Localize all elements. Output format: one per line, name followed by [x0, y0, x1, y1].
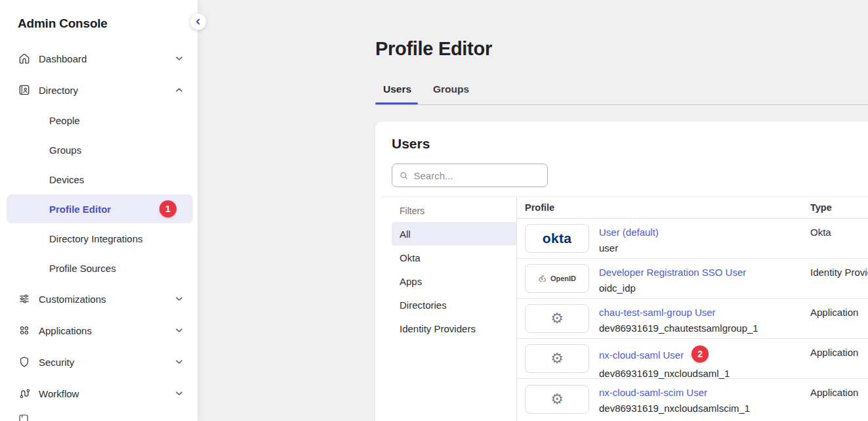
profile-type: Okta [810, 227, 831, 238]
filter-option-apps[interactable]: Apps [392, 269, 516, 293]
chevron-up-icon [175, 85, 184, 95]
table-header: Profile Type [517, 197, 868, 219]
profile-link-user-default[interactable]: User (default) [599, 227, 659, 238]
chevron-down-icon [175, 54, 184, 63]
sidebar: Admin Console Dashboard Directory People… [0, 0, 198, 421]
sidebar-item-label: Workflow [39, 388, 79, 399]
app-grid-icon [18, 324, 31, 337]
chevron-down-icon [175, 389, 184, 398]
app-logo-placeholder: ⚙ [525, 304, 589, 333]
annotation-badge-2: 2 [692, 345, 709, 363]
shield-icon [18, 355, 31, 368]
sidebar-item-label: Applications [39, 325, 92, 336]
filters-panel: Filters All Okta Apps Directories Identi… [392, 197, 516, 340]
gear-icon: ⚙ [550, 392, 564, 407]
sidebar-item-workflow[interactable]: Workflow [7, 380, 193, 407]
sidebar-item-profile-sources[interactable]: Profile Sources [7, 255, 193, 281]
chevron-left-icon [194, 18, 202, 26]
table-row: okta User (default) user Okta [517, 219, 868, 259]
sidebar-item-profile-editor[interactable]: Profile Editor 1 [7, 194, 193, 223]
table-row: ⚙ nx-cloud-saml User2 dev86931619_nxclou… [517, 339, 868, 379]
page-title: Profile Editor [375, 38, 492, 60]
sidebar-item-label: Directory [39, 85, 78, 96]
profiles-table: Profile Type okta User (default) user Ok… [517, 197, 868, 421]
sidebar-item-label: Customizations [39, 294, 106, 305]
home-icon [18, 52, 31, 65]
table-row: OpenID Developer Registration SSO User o… [517, 259, 868, 299]
profile-subtitle: dev86931619_nxcloudsaml_1 [599, 368, 730, 379]
sidebar-item-people[interactable]: People [7, 107, 193, 133]
sidebar-item-applications[interactable]: Applications [7, 317, 193, 343]
gear-icon: ⚙ [550, 351, 564, 366]
chevron-down-icon [175, 294, 184, 303]
sidebar-item-devices[interactable]: Devices [7, 166, 193, 192]
table-row: ⚙ nx-cloud-saml-scim User dev86931619_nx… [517, 379, 868, 419]
openid-icon [538, 273, 548, 284]
profile-type: Application [810, 387, 858, 398]
search-input[interactable] [414, 170, 541, 181]
filter-option-all[interactable]: All [392, 222, 516, 246]
sidebar-item-security[interactable]: Security [7, 349, 193, 375]
sidebar-item-groups[interactable]: Groups [7, 137, 193, 163]
search-box[interactable] [392, 164, 548, 187]
openid-logo: OpenID [525, 264, 589, 293]
tab-divider [375, 104, 868, 105]
chevron-down-icon [175, 357, 184, 366]
annotation-badge-1: 1 [159, 200, 176, 217]
profile-type: Identity Provider [810, 267, 868, 278]
app-logo-placeholder: ⚙ [525, 385, 589, 414]
profile-link-developer-registration-sso[interactable]: Developer Registration SSO User [599, 267, 746, 278]
profile-type: Application [810, 347, 858, 358]
profile-link-chau-test-saml-group[interactable]: chau-test-saml-group User [599, 307, 716, 318]
okta-logo: okta [525, 224, 589, 253]
sidebar-item-label: Profile Sources [49, 263, 116, 274]
profile-subtitle: dev86931619_chautestsamlgroup_1 [599, 322, 758, 334]
filters-heading: Filters [392, 197, 516, 222]
filter-option-directories[interactable]: Directories [392, 293, 516, 317]
filter-option-identity-providers[interactable]: Identity Providers [392, 317, 516, 340]
sidebar-item-directory[interactable]: Directory [7, 77, 193, 103]
gear-icon: ⚙ [550, 311, 564, 326]
chevron-down-icon [175, 326, 184, 335]
column-header-type: Type [810, 202, 832, 213]
filter-option-okta[interactable]: Okta [392, 246, 516, 269]
sidebar-item-label: Profile Editor [49, 204, 111, 215]
table-row: ⚙ chau-test-saml-group User dev86931619_… [517, 299, 868, 339]
main-content: Profile Editor Users Groups Users Filter… [198, 0, 868, 421]
profile-subtitle: dev86931619_nxcloudsamlscim_1 [599, 403, 750, 414]
reports-icon-partial [18, 413, 30, 421]
app-title: Admin Console [18, 16, 108, 31]
search-icon [400, 171, 409, 181]
id-card-icon [18, 83, 31, 97]
profile-subtitle: oidc_idp [599, 282, 746, 294]
sidebar-item-label: Groups [49, 144, 81, 156]
sidebar-item-label: Directory Integrations [49, 233, 143, 244]
app-logo-placeholder: ⚙ [525, 344, 589, 373]
sidebar-item-label: Security [39, 357, 74, 368]
profile-subtitle: user [599, 242, 659, 254]
users-card: Users Filters All Okta Apps Directories … [375, 122, 868, 421]
column-header-profile: Profile [525, 202, 554, 213]
sidebar-item-directory-integrations[interactable]: Directory Integrations [7, 225, 193, 252]
sidebar-item-label: People [49, 115, 80, 126]
sidebar-item-customizations[interactable]: Customizations [7, 286, 193, 312]
profile-link-nx-cloud-saml-scim[interactable]: nx-cloud-saml-scim User [599, 387, 707, 398]
profile-link-nx-cloud-saml[interactable]: nx-cloud-saml User [599, 349, 684, 361]
sliders-icon [18, 292, 31, 305]
sidebar-item-label: Dashboard [39, 53, 87, 64]
sidebar-item-dashboard[interactable]: Dashboard [7, 45, 193, 72]
sidebar-item-label: Devices [49, 174, 84, 185]
tab-users[interactable]: Users [383, 83, 411, 95]
tab-groups[interactable]: Groups [433, 83, 469, 95]
sidebar-collapse-button[interactable] [190, 13, 207, 30]
card-title: Users [392, 136, 430, 152]
workflow-icon [18, 387, 31, 400]
profile-type: Application [810, 307, 858, 318]
